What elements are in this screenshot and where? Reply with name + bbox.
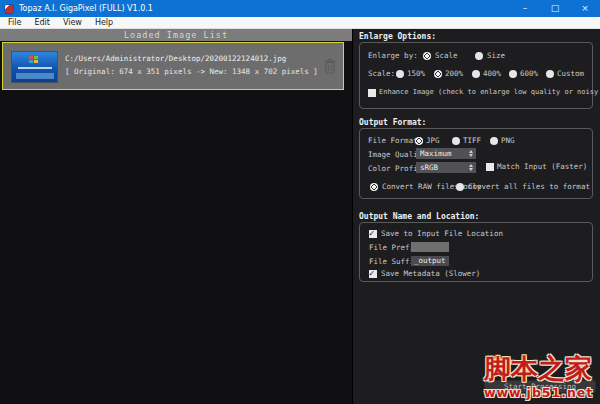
maximize-button[interactable]: □ [540, 0, 570, 17]
save-to-input-label[interactable]: Save to Input File Location [381, 229, 503, 238]
title-bar: Topaz A.I. GigaPixel (FULL) V1.0.1 – □ × [0, 0, 600, 17]
scale-label: Scale: [368, 69, 395, 78]
windows-flag-icon [29, 56, 38, 64]
match-input-label[interactable]: Match Input (Faster) [497, 162, 587, 171]
radio-convert-all-label[interactable]: Convert all files to format [468, 182, 590, 191]
window-controls: – □ × [510, 0, 600, 17]
radio-format-tiff-label[interactable]: TIFF [463, 136, 481, 145]
radio-enlarge-by-size-label[interactable]: Size [487, 51, 505, 60]
radio-scale-600[interactable] [509, 70, 517, 78]
enlarge-options-group: Enlarge by: Scale Size Scale: 150% 200% … [359, 42, 593, 109]
save-to-input-checkbox[interactable] [369, 230, 377, 238]
app-icon [4, 4, 14, 14]
minimize-button[interactable]: – [510, 0, 540, 17]
menu-help[interactable]: Help [95, 18, 113, 27]
image-quality-value: Maximum [420, 149, 452, 158]
thumbnail-banner [16, 73, 54, 79]
color-profile-dropdown[interactable]: sRGB [416, 162, 476, 173]
radio-scale-custom-label[interactable]: Custom [557, 69, 584, 78]
close-button[interactable]: × [570, 0, 600, 17]
radio-scale-400-label[interactable]: 400% [483, 69, 501, 78]
image-file-path: C:/Users/Administrator/Desktop/202001221… [65, 54, 286, 63]
menu-edit[interactable]: Edit [34, 18, 50, 27]
enhance-image-checkbox[interactable] [368, 89, 376, 97]
image-dimensions: [ Original: 674 x 351 pixels -> New: 134… [65, 67, 318, 76]
color-profile-value: sRGB [420, 163, 438, 172]
radio-scale-400[interactable] [472, 70, 480, 78]
image-thumbnail [11, 51, 58, 83]
radio-convert-raw-label[interactable]: Convert RAW files only [382, 182, 481, 191]
image-list-panel: Loaded Image List C:/Users/Administrator… [0, 29, 352, 404]
radio-enlarge-by-scale[interactable] [423, 52, 431, 60]
enlarge-options-title: Enlarge Options: [359, 32, 436, 41]
radio-format-jpg[interactable] [415, 137, 423, 145]
output-format-group: File Format: JPG TIFF PNG Image Quality:… [359, 128, 593, 199]
output-name-group: Save to Input File Location File Prefix:… [359, 222, 593, 282]
file-prefix-input[interactable] [411, 242, 449, 252]
radio-format-png[interactable] [490, 137, 498, 145]
radio-scale-150[interactable] [396, 70, 404, 78]
radio-format-tiff[interactable] [452, 137, 460, 145]
start-processing-button[interactable]: Start Processing [484, 380, 596, 393]
radio-enlarge-by-scale-label[interactable]: Scale [435, 51, 458, 60]
save-metadata-label[interactable]: Save Metadata (Slower) [381, 269, 480, 278]
enlarge-by-label: Enlarge by: [368, 51, 418, 60]
radio-scale-200-label[interactable]: 200% [445, 69, 463, 78]
match-input-checkbox[interactable] [486, 163, 494, 171]
radio-enlarge-by-size[interactable] [475, 52, 483, 60]
trash-icon[interactable] [323, 58, 337, 75]
window-title: Topaz A.I. GigaPixel (FULL) V1.0.1 [19, 4, 153, 13]
radio-format-jpg-label[interactable]: JPG [426, 136, 440, 145]
radio-scale-600-label[interactable]: 600% [520, 69, 538, 78]
menu-view[interactable]: View [63, 18, 82, 27]
save-metadata-checkbox[interactable] [369, 270, 377, 278]
radio-scale-200[interactable] [434, 70, 442, 78]
menu-file[interactable]: File [8, 18, 21, 27]
radio-scale-custom[interactable] [546, 70, 554, 78]
image-quality-dropdown[interactable]: Maximum [416, 148, 476, 159]
radio-format-png-label[interactable]: PNG [501, 136, 515, 145]
image-list-item[interactable]: C:/Users/Administrator/Desktop/202001221… [2, 42, 344, 90]
menu-bar: File Edit View Help [0, 17, 600, 29]
file-suffix-input[interactable]: _output [411, 256, 449, 266]
enhance-image-label[interactable]: Enhance Image (check to enlarge low qual… [379, 88, 600, 96]
radio-convert-all[interactable] [456, 183, 464, 191]
settings-panel: Enlarge Options: Enlarge by: Scale Size … [352, 29, 600, 404]
radio-convert-raw[interactable] [370, 183, 378, 191]
radio-scale-150-label[interactable]: 150% [407, 69, 425, 78]
output-name-title: Output Name and Location: [359, 212, 479, 221]
image-list-header: Loaded Image List [0, 29, 352, 41]
spinner-icon [468, 150, 474, 157]
spinner-icon [468, 164, 474, 171]
output-format-title: Output Format: [359, 118, 426, 127]
thumbnail-text-line [18, 67, 52, 69]
